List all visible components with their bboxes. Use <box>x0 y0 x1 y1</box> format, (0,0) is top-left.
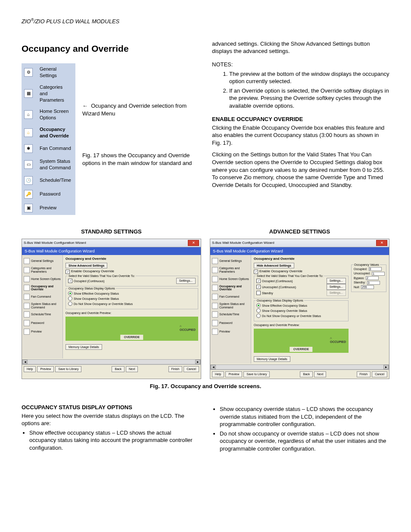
nav-icon <box>24 276 30 282</box>
preview-button[interactable]: Preview <box>225 371 242 377</box>
display-options-legend: Occupancy Status Display Options <box>68 286 116 290</box>
unoccupied-checkbox[interactable]: ✓ <box>256 285 261 289</box>
nav-item[interactable]: System Status and Command <box>31 302 61 309</box>
nav-icon <box>212 303 218 309</box>
settings-button[interactable]: Settings... <box>327 290 346 296</box>
nav-item[interactable]: Occupancy and Override <box>31 285 61 291</box>
val-label: Unoccupied: <box>354 271 371 275</box>
finish-button[interactable]: Finish <box>357 371 371 377</box>
settings-button[interactable]: Settings... <box>327 278 346 283</box>
nav-item[interactable]: Preview <box>219 330 230 333</box>
null-value[interactable] <box>361 285 374 289</box>
close-icon[interactable]: ✕ <box>376 240 387 246</box>
preview-button[interactable]: Preview <box>37 366 54 372</box>
nav-icon <box>212 258 218 264</box>
window-title: S-Bus Wall Module Configuration Wizard <box>24 241 86 246</box>
next-button[interactable]: Next <box>126 366 138 372</box>
nav-item[interactable]: Fan Command <box>31 295 51 299</box>
valid-states-legend: Select the Valid States That You Can Ove… <box>256 274 324 278</box>
nav-item[interactable]: Home Screen Options <box>219 277 249 281</box>
nav-item[interactable]: General Settings <box>31 259 53 263</box>
nav-item[interactable]: System Status and Command <box>219 302 249 309</box>
occupied-value[interactable] <box>369 267 382 271</box>
wizard-subtitle: S-Bus Wall Module Configuration Wizard <box>22 247 201 255</box>
menu-item[interactable]: General Settings <box>37 63 75 81</box>
occupied-checkbox[interactable]: ✓ <box>68 279 72 283</box>
show-override-radio[interactable] <box>256 308 261 313</box>
wizard-subtitle: S-Bus Wall Module Configuration Wizard <box>210 247 389 255</box>
occupied-checkbox[interactable]: ✓ <box>256 279 261 283</box>
settings-button[interactable]: Settings... <box>327 284 346 289</box>
cancel-button[interactable]: Cancel <box>184 366 199 372</box>
nav-item[interactable]: Password <box>31 321 44 325</box>
scrollbar[interactable]: ◀▶ <box>22 359 201 364</box>
standard-wizard-window: S-Bus Wall Module Configuration Wizard ✕… <box>22 239 201 379</box>
nav-item[interactable]: Home Screen Options <box>31 277 61 281</box>
standard-label: STANDARD SETTINGS <box>22 228 201 236</box>
menu-item[interactable]: Home Screen Options <box>37 106 75 124</box>
menu-item[interactable]: Fan Command <box>37 142 75 156</box>
nav-icon <box>24 311 30 317</box>
menu-item[interactable]: Occupancy and Override <box>37 124 75 142</box>
nav-item[interactable]: Schedule/Time <box>219 313 239 316</box>
window-title: S-Bus Wall Module Configuration Wizard <box>212 241 274 246</box>
nav-item[interactable]: Categories and Parameters <box>31 267 61 273</box>
hide-advanced-button[interactable]: Hide Advanced Settings <box>254 263 294 268</box>
show-override-radio[interactable] <box>68 296 72 301</box>
close-icon[interactable]: ✕ <box>188 240 199 246</box>
nav-icon <box>24 303 30 309</box>
unoccupied-value[interactable] <box>372 272 385 276</box>
back-button[interactable]: Back <box>300 371 313 377</box>
enable-override-checkbox[interactable]: ✓ <box>254 270 258 274</box>
cancel-button[interactable]: Cancel <box>372 371 387 377</box>
standby-checkbox[interactable] <box>256 291 261 295</box>
menu-item[interactable]: Password <box>37 187 75 201</box>
nav-item[interactable]: Occupancy and Override <box>219 285 249 291</box>
bypass-value[interactable] <box>366 276 379 280</box>
memory-usage-button[interactable]: Memory Usage Details <box>65 344 102 350</box>
enable-override-checkbox[interactable]: ✓ <box>65 270 70 274</box>
show-effective-radio[interactable] <box>68 291 72 296</box>
override-softkey[interactable]: OVERRIDE <box>290 347 313 352</box>
nav-icon <box>212 320 218 326</box>
page-title: Occupancy and Override <box>22 43 199 55</box>
back-button[interactable]: Back <box>112 366 125 372</box>
home-icon: ⌂ <box>24 110 33 119</box>
nav-item[interactable]: Fan Command <box>219 295 239 299</box>
scrollbar[interactable]: ◀▶ <box>210 364 389 370</box>
show-effective-radio[interactable] <box>256 303 261 308</box>
nav-item[interactable]: Preview <box>31 330 42 333</box>
nav-item[interactable]: Categories and Parameters <box>219 267 249 273</box>
checkbox-label: Enable Occupancy Override <box>259 269 302 274</box>
advanced-wizard-window: S-Bus Wall Module Configuration Wizard ✕… <box>210 239 389 379</box>
menu-item[interactable]: Schedule/Time <box>37 174 75 187</box>
next-button[interactable]: Next <box>314 371 326 377</box>
memory-usage-button[interactable]: Memory Usage Details <box>254 356 290 362</box>
notes-list: The preview at the bottom of the window … <box>229 70 389 110</box>
do-not-show-radio[interactable] <box>68 302 72 306</box>
radio-label: Show Effective Occupancy Status <box>262 304 307 308</box>
menu-item[interactable]: Categories and Parameters <box>37 81 75 106</box>
fan-icon: ✱ <box>24 144 33 153</box>
val-label: Standby: <box>354 280 366 284</box>
preview-occupied: ⌂OCCUPIED <box>180 324 196 332</box>
settings-button[interactable]: Settings... <box>176 278 196 283</box>
save-library-button[interactable]: Save to Library <box>243 371 270 377</box>
doc-header: ZIO®/ZIO PLUS LCD WALL MODULES <box>22 17 389 25</box>
nav-item[interactable]: General Settings <box>219 259 242 263</box>
finish-button[interactable]: Finish <box>168 366 183 372</box>
menu-item[interactable]: System Status and Command <box>37 156 75 174</box>
arrow-annotation: ← Ocupancy and Override selection from W… <box>80 102 199 117</box>
standby-value[interactable] <box>367 281 380 285</box>
help-button[interactable]: Help <box>212 371 224 377</box>
do-not-show-radio[interactable] <box>256 314 261 318</box>
show-advanced-button[interactable]: Show Advanced Settings <box>65 263 107 268</box>
menu-item[interactable]: Preview <box>37 201 75 215</box>
save-library-button[interactable]: Save to Library <box>55 366 81 372</box>
radio-label: Show Effective Occupancy Status <box>74 292 119 296</box>
override-softkey[interactable]: OVERRIDE <box>121 335 143 339</box>
nav-item[interactable]: Password <box>219 321 233 325</box>
nav-item[interactable]: Schedule/Time <box>31 313 51 316</box>
help-button[interactable]: Help <box>24 366 36 372</box>
osdo-bullet: Show effective occupancy status – LCD sh… <box>29 429 199 452</box>
